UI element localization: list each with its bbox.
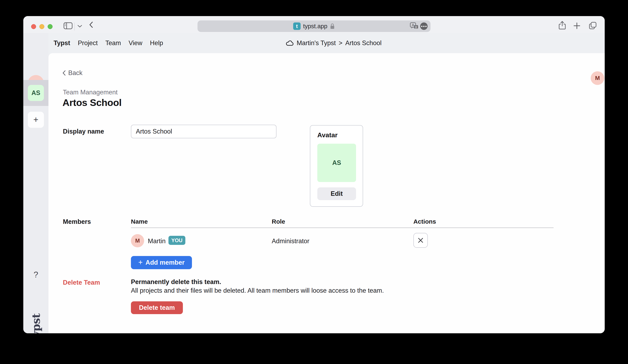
edit-avatar-button[interactable]: Edit: [317, 187, 356, 200]
menu-team[interactable]: Team: [105, 39, 121, 47]
menu-help[interactable]: Help: [150, 39, 163, 47]
svg-text:文: 文: [415, 26, 417, 29]
column-header-role: Role: [272, 218, 285, 225]
browser-window: t typst.app A 文: [23, 16, 605, 333]
members-label: Members: [63, 218, 91, 225]
delete-team-button[interactable]: Delete team: [131, 301, 183, 314]
account-avatar[interactable]: M: [591, 71, 604, 85]
breadcrumb-page: Artos School: [345, 39, 382, 47]
sidebar-add-team-button[interactable]: +: [28, 112, 44, 128]
delete-team-description: All projects and their files will be del…: [131, 287, 384, 294]
avatar-card-title: Avatar: [317, 131, 337, 139]
help-icon[interactable]: ?: [23, 270, 48, 279]
share-icon[interactable]: [558, 21, 566, 30]
avatar-card: Avatar AS Edit: [310, 125, 363, 207]
breadcrumb-separator: >: [339, 39, 342, 47]
typst-logo: typst: [23, 312, 48, 333]
sidebar-team-avatar[interactable]: AS: [28, 85, 44, 101]
plus-icon: +: [138, 258, 143, 267]
delete-team-heading: Permanently delete this team.: [131, 278, 221, 286]
section-eyebrow: Team Management: [63, 89, 118, 96]
toolbar-divider: [74, 23, 75, 30]
back-button[interactable]: Back: [63, 69, 82, 77]
breadcrumb: Martin's Typst > Artos School: [286, 33, 382, 53]
main-content: Back M Team Management Artos School Disp…: [48, 53, 605, 333]
page-settings-icon[interactable]: [420, 22, 428, 30]
minimize-window-button[interactable]: [39, 24, 44, 29]
add-member-button[interactable]: + Add member: [131, 256, 192, 269]
member-avatar: M: [131, 234, 144, 247]
you-badge: YOU: [168, 236, 185, 245]
team-avatar-preview: AS: [317, 144, 356, 182]
app-menu-row: Typst Project Team View Help Martin's Ty…: [23, 33, 605, 53]
site-favicon: t: [293, 22, 301, 30]
chevron-down-icon[interactable]: [77, 25, 82, 28]
svg-text:A: A: [412, 23, 414, 27]
delete-team-section-label: Delete Team: [63, 279, 100, 286]
zoom-window-button[interactable]: [48, 24, 53, 29]
tab-overview-icon[interactable]: [589, 21, 597, 30]
close-window-button[interactable]: [31, 24, 36, 29]
remove-member-button[interactable]: [413, 233, 428, 248]
table-header-divider: [131, 227, 553, 228]
add-member-label: Add member: [146, 259, 184, 266]
browser-chrome: t typst.app A 文: [23, 16, 605, 33]
url-bar[interactable]: t typst.app A 文: [198, 20, 430, 32]
back-label: Back: [68, 69, 82, 77]
column-header-actions: Actions: [413, 218, 436, 225]
new-tab-icon[interactable]: [573, 22, 580, 29]
page-title: Artos School: [63, 97, 121, 108]
member-role: Administrator: [272, 237, 310, 245]
url-text: typst.app: [303, 23, 327, 30]
display-name-label: Display name: [63, 128, 104, 135]
member-name: Martin: [148, 237, 165, 245]
back-navigation-icon[interactable]: [89, 21, 93, 28]
display-name-input[interactable]: [131, 125, 276, 138]
workspace-sidebar: M AS + ? typst: [23, 33, 48, 333]
column-header-name: Name: [131, 218, 148, 225]
sidebar-toggle-icon[interactable]: [64, 22, 73, 29]
menu-typst[interactable]: Typst: [54, 39, 70, 47]
breadcrumb-team[interactable]: Martin's Typst: [297, 39, 336, 47]
lock-icon: [330, 23, 335, 29]
cloud-icon: [286, 40, 294, 46]
menu-project[interactable]: Project: [78, 39, 97, 47]
menu-view[interactable]: View: [129, 39, 143, 47]
app-menu: Typst Project Team View Help: [54, 33, 163, 53]
translate-icon[interactable]: A 文: [410, 22, 418, 30]
